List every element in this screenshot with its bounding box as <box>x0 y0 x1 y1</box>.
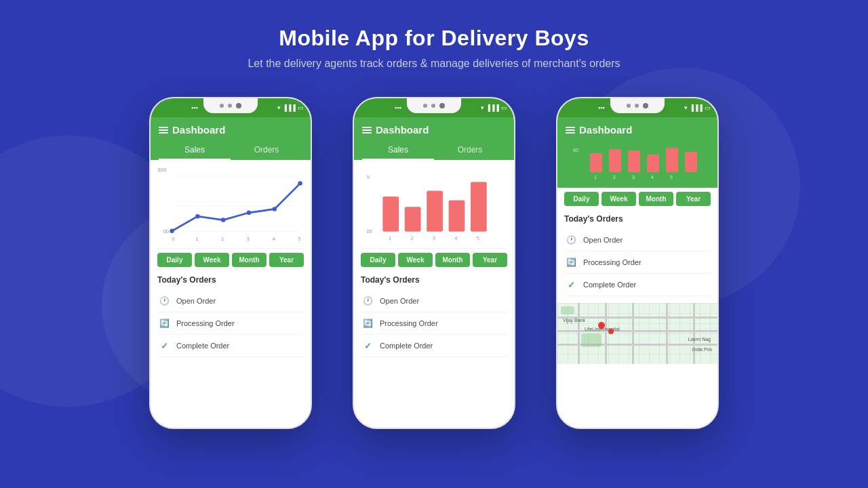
svg-text:2: 2 <box>221 236 224 242</box>
phone-3-header-title: Dashboard <box>566 124 709 141</box>
order-processing-label-2: Processing Order <box>380 319 438 327</box>
phones-container: ▪▪▪ ▾ ▐▐▐ ▭ Dashboard Sales <box>0 90 868 429</box>
phone-1-tabs: Sales Orders <box>159 141 302 160</box>
clock-icon-3 <box>564 233 578 247</box>
chart-y-top: 300 <box>157 167 166 173</box>
map-label-india: India Pos <box>692 347 712 352</box>
hamburger-icon-3[interactable] <box>566 127 575 134</box>
svg-point-7 <box>273 207 277 211</box>
svg-point-6 <box>247 211 251 215</box>
period-week-3[interactable]: Week <box>601 192 636 206</box>
hamburger-icon-2[interactable] <box>362 127 372 134</box>
map-road-v2 <box>605 303 607 364</box>
phone-3-notch <box>610 98 665 113</box>
svg-rect-22 <box>471 182 487 231</box>
tab-sales[interactable]: Sales <box>159 141 231 160</box>
bar-chart-top-svg: 00 1 2 3 4 5 <box>563 144 712 181</box>
hamburger-icon[interactable] <box>159 127 168 134</box>
notch-camera <box>643 103 648 108</box>
app-title: Dashboard <box>172 124 225 136</box>
order-open-label-3: Open Order <box>583 236 623 244</box>
battery-icon-3: ▭ <box>705 104 711 111</box>
svg-text:2: 2 <box>613 175 616 180</box>
svg-text:1: 1 <box>389 235 391 241</box>
phone-2-chart: 5 00 1 2 3 4 5 <box>354 160 514 248</box>
period-daily[interactable]: Daily <box>157 253 192 267</box>
notch-dot-2 <box>228 104 232 108</box>
svg-text:00: 00 <box>573 148 578 152</box>
phone-2-tabs: Sales Orders <box>362 141 506 160</box>
svg-text:00: 00 <box>367 228 372 235</box>
order-item-processing-2[interactable]: Processing Order <box>361 312 507 335</box>
period-year-2[interactable]: Year <box>473 253 507 267</box>
notch-camera <box>236 103 241 108</box>
order-processing-label-3: Processing Order <box>583 258 642 266</box>
period-week-2[interactable]: Week <box>398 253 433 267</box>
period-month[interactable]: Month <box>232 253 267 267</box>
status-left: ▪▪▪ <box>395 104 401 111</box>
line-chart-svg: 0 1 2 3 4 5 00 <box>157 165 304 245</box>
bar-chart-svg: 5 00 1 2 3 4 5 <box>361 165 507 245</box>
tab-orders[interactable]: Orders <box>231 141 302 160</box>
notch-dot <box>220 104 224 108</box>
period-daily-3[interactable]: Daily <box>564 192 599 206</box>
order-item-open-2[interactable]: Open Order <box>361 290 507 312</box>
svg-text:1: 1 <box>594 175 597 180</box>
svg-point-8 <box>298 181 302 185</box>
battery-icon: ▭ <box>298 104 304 111</box>
svg-rect-20 <box>427 190 443 231</box>
wifi-icon-3: ▾ <box>684 104 688 111</box>
phone-3-app-header: Dashboard <box>557 117 717 141</box>
order-item-open-3[interactable]: Open Order <box>564 229 711 251</box>
map-road-v4 <box>666 303 668 364</box>
svg-text:5: 5 <box>298 236 300 242</box>
order-complete-label-3: Complete Order <box>583 281 636 289</box>
phone-1-app-header: Dashboard Sales Orders <box>151 117 311 160</box>
period-year-3[interactable]: Year <box>676 192 711 206</box>
map-thumbnail: Vijay Bank LifeLine Hospital Laxmi Nag I… <box>557 303 717 364</box>
clock-icon <box>157 294 171 308</box>
signal-bars-3: ▐▐▐ <box>690 104 703 111</box>
svg-text:3: 3 <box>433 235 435 241</box>
svg-point-4 <box>195 214 199 218</box>
signal-icon: ▐▐▐ <box>283 104 296 111</box>
period-month-2[interactable]: Month <box>435 253 470 267</box>
tab-orders-2[interactable]: Orders <box>434 141 506 160</box>
svg-text:0: 0 <box>172 236 175 242</box>
order-open-label: Open Order <box>176 297 216 305</box>
svg-rect-32 <box>628 150 640 172</box>
svg-text:4: 4 <box>454 235 457 241</box>
phone-2-period-buttons: Daily Week Month Year <box>354 249 514 271</box>
order-complete-label-2: Complete Order <box>380 342 433 350</box>
phone-3-period-buttons: Daily Week Month Year <box>557 188 717 210</box>
status-signal: ▪▪▪ <box>395 104 401 111</box>
svg-rect-31 <box>609 149 621 172</box>
map-green-1 <box>561 306 574 314</box>
period-daily-2[interactable]: Daily <box>361 253 395 267</box>
order-item-complete-2[interactable]: Complete Order <box>361 335 507 357</box>
notch-dot-2 <box>635 104 639 108</box>
map-hospital-marker <box>608 329 614 334</box>
order-item-processing[interactable]: Processing Order <box>157 312 304 335</box>
phone-3-orders: Today's Orders Open Order Processing Ord… <box>557 210 717 300</box>
phone-1-header-title: Dashboard <box>159 124 302 141</box>
period-year[interactable]: Year <box>269 253 304 267</box>
order-item-complete-3[interactable]: Complete Order <box>564 274 711 296</box>
svg-text:3: 3 <box>632 175 635 180</box>
status-left-3: ▪▪▪ <box>598 104 605 111</box>
order-item-open[interactable]: Open Order <box>157 290 304 312</box>
refresh-icon-2 <box>361 317 374 330</box>
phone-2-app-header: Dashboard Sales Orders <box>354 117 514 160</box>
hamburger-line <box>362 129 372 131</box>
period-month-3[interactable]: Month <box>639 192 673 206</box>
notch-dot <box>627 104 631 108</box>
wifi-icon: ▾ <box>277 104 281 111</box>
order-item-complete[interactable]: Complete Order <box>157 335 304 357</box>
wifi-icon: ▾ <box>481 104 484 111</box>
order-processing-label: Processing Order <box>176 319 235 327</box>
order-item-processing-3[interactable]: Processing Order <box>564 251 711 274</box>
period-week[interactable]: Week <box>195 253 229 267</box>
phone-1-period-buttons: Daily Week Month Year <box>151 249 311 271</box>
tab-sales-2[interactable]: Sales <box>362 141 434 160</box>
map-label-vijay: Vijay Bank <box>563 318 585 323</box>
